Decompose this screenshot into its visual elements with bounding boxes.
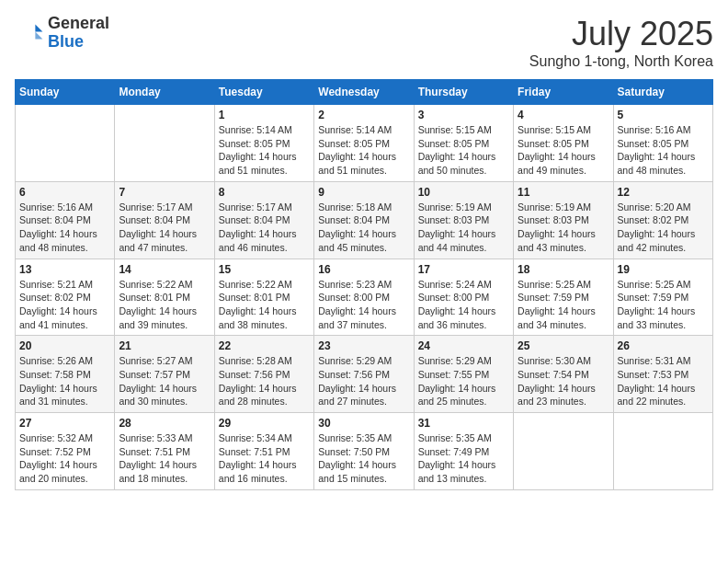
calendar-cell [115,105,214,182]
day-info: Sunrise: 5:18 AM Sunset: 8:04 PM Dayligh… [318,201,409,255]
calendar-cell: 16Sunrise: 5:23 AM Sunset: 8:00 PM Dayli… [314,259,414,336]
calendar-cell: 24Sunrise: 5:29 AM Sunset: 7:55 PM Dayli… [414,336,513,413]
day-number: 2 [318,109,409,121]
day-number: 22 [219,339,310,352]
day-number: 27 [19,417,110,430]
calendar-cell: 23Sunrise: 5:29 AM Sunset: 7:56 PM Dayli… [314,336,414,413]
day-info: Sunrise: 5:19 AM Sunset: 8:03 PM Dayligh… [418,201,509,255]
weekday-header-monday: Monday [115,80,214,105]
calendar-table: SundayMondayTuesdayWednesdayThursdayFrid… [15,79,713,490]
weekday-header-saturday: Saturday [613,80,712,105]
day-info: Sunrise: 5:35 AM Sunset: 7:49 PM Dayligh… [418,431,509,486]
day-number: 20 [19,339,110,352]
day-number: 24 [418,339,509,352]
calendar-cell: 9Sunrise: 5:18 AM Sunset: 8:04 PM Daylig… [314,181,414,259]
day-info: Sunrise: 5:23 AM Sunset: 8:00 PM Dayligh… [318,278,409,332]
calendar-cell [514,413,613,490]
day-info: Sunrise: 5:14 AM Sunset: 8:05 PM Dayligh… [318,123,409,178]
day-number: 3 [418,109,509,121]
calendar-cell: 17Sunrise: 5:24 AM Sunset: 8:00 PM Dayli… [414,259,513,336]
day-info: Sunrise: 5:33 AM Sunset: 7:51 PM Dayligh… [119,431,210,486]
calendar-cell: 28Sunrise: 5:33 AM Sunset: 7:51 PM Dayli… [115,413,214,490]
day-number: 29 [219,417,310,430]
calendar-cell: 14Sunrise: 5:22 AM Sunset: 8:01 PM Dayli… [115,259,214,336]
day-number: 1 [219,109,310,121]
calendar-cell: 26Sunrise: 5:31 AM Sunset: 7:53 PM Dayli… [613,336,712,413]
calendar-cell [16,105,115,182]
calendar-cell: 7Sunrise: 5:17 AM Sunset: 8:04 PM Daylig… [115,181,214,259]
calendar-cell: 21Sunrise: 5:27 AM Sunset: 7:57 PM Dayli… [115,336,214,413]
day-info: Sunrise: 5:34 AM Sunset: 7:51 PM Dayligh… [219,431,310,486]
day-info: Sunrise: 5:22 AM Sunset: 8:01 PM Dayligh… [219,278,310,332]
day-number: 30 [318,417,409,430]
day-number: 26 [618,339,709,352]
calendar-cell: 29Sunrise: 5:34 AM Sunset: 7:51 PM Dayli… [214,413,313,490]
day-info: Sunrise: 5:15 AM Sunset: 8:05 PM Dayligh… [518,123,609,178]
day-info: Sunrise: 5:14 AM Sunset: 8:05 PM Dayligh… [219,123,310,178]
calendar-cell [613,413,712,490]
day-number: 17 [418,263,509,276]
day-number: 19 [618,263,709,276]
day-info: Sunrise: 5:24 AM Sunset: 8:00 PM Dayligh… [418,278,509,332]
calendar-week-row: 6Sunrise: 5:16 AM Sunset: 8:04 PM Daylig… [16,181,713,259]
day-info: Sunrise: 5:16 AM Sunset: 8:05 PM Dayligh… [618,123,709,178]
day-number: 5 [618,109,709,121]
calendar-cell: 11Sunrise: 5:19 AM Sunset: 8:03 PM Dayli… [514,181,613,259]
day-number: 16 [318,263,409,276]
day-number: 31 [418,417,509,430]
day-number: 28 [119,417,210,430]
weekday-header-thursday: Thursday [414,80,513,105]
calendar-cell: 13Sunrise: 5:21 AM Sunset: 8:02 PM Dayli… [16,259,115,336]
calendar-week-row: 27Sunrise: 5:32 AM Sunset: 7:52 PM Dayli… [16,413,713,490]
calendar-week-row: 1Sunrise: 5:14 AM Sunset: 8:05 PM Daylig… [16,105,713,182]
calendar-cell: 8Sunrise: 5:17 AM Sunset: 8:04 PM Daylig… [214,181,313,259]
calendar-cell: 6Sunrise: 5:16 AM Sunset: 8:04 PM Daylig… [16,181,115,259]
day-number: 21 [119,339,210,352]
day-info: Sunrise: 5:29 AM Sunset: 7:55 PM Dayligh… [418,354,509,408]
logo: General Blue [15,15,109,52]
day-info: Sunrise: 5:19 AM Sunset: 8:03 PM Dayligh… [518,201,609,255]
calendar-cell: 20Sunrise: 5:26 AM Sunset: 7:58 PM Dayli… [16,336,115,413]
day-number: 10 [418,186,509,199]
day-info: Sunrise: 5:25 AM Sunset: 7:59 PM Dayligh… [618,278,709,332]
weekday-header-sunday: Sunday [16,80,115,105]
svg-marker-1 [35,31,42,39]
day-number: 23 [318,339,409,352]
day-number: 7 [119,186,210,199]
svg-marker-0 [35,24,42,31]
day-info: Sunrise: 5:32 AM Sunset: 7:52 PM Dayligh… [19,431,110,486]
logo-text: General Blue [48,15,109,52]
day-number: 15 [219,263,310,276]
weekday-header-row: SundayMondayTuesdayWednesdayThursdayFrid… [16,80,713,105]
page-header: General Blue July 2025 Sungho 1-tong, No… [15,15,713,70]
day-info: Sunrise: 5:20 AM Sunset: 8:02 PM Dayligh… [618,201,709,255]
day-info: Sunrise: 5:21 AM Sunset: 8:02 PM Dayligh… [19,278,110,332]
day-number: 13 [19,263,110,276]
calendar-cell: 30Sunrise: 5:35 AM Sunset: 7:50 PM Dayli… [314,413,414,490]
weekday-header-tuesday: Tuesday [214,80,313,105]
location-subtitle: Sungho 1-tong, North Korea [529,53,713,70]
day-number: 8 [219,186,310,199]
calendar-week-row: 13Sunrise: 5:21 AM Sunset: 8:02 PM Dayli… [16,259,713,336]
day-number: 18 [518,263,609,276]
day-number: 25 [518,339,609,352]
day-number: 14 [119,263,210,276]
calendar-cell: 15Sunrise: 5:22 AM Sunset: 8:01 PM Dayli… [214,259,313,336]
weekday-header-wednesday: Wednesday [314,80,414,105]
calendar-cell: 25Sunrise: 5:30 AM Sunset: 7:54 PM Dayli… [514,336,613,413]
day-info: Sunrise: 5:35 AM Sunset: 7:50 PM Dayligh… [318,431,409,486]
logo-icon [15,18,44,48]
calendar-cell: 18Sunrise: 5:25 AM Sunset: 7:59 PM Dayli… [514,259,613,336]
day-number: 11 [518,186,609,199]
calendar-cell: 19Sunrise: 5:25 AM Sunset: 7:59 PM Dayli… [613,259,712,336]
calendar-cell: 4Sunrise: 5:15 AM Sunset: 8:05 PM Daylig… [514,105,613,182]
calendar-cell: 3Sunrise: 5:15 AM Sunset: 8:05 PM Daylig… [414,105,513,182]
calendar-week-row: 20Sunrise: 5:26 AM Sunset: 7:58 PM Dayli… [16,336,713,413]
day-number: 6 [19,186,110,199]
calendar-cell: 5Sunrise: 5:16 AM Sunset: 8:05 PM Daylig… [613,105,712,182]
calendar-cell: 10Sunrise: 5:19 AM Sunset: 8:03 PM Dayli… [414,181,513,259]
day-info: Sunrise: 5:16 AM Sunset: 8:04 PM Dayligh… [19,201,110,255]
calendar-cell: 12Sunrise: 5:20 AM Sunset: 8:02 PM Dayli… [613,181,712,259]
calendar-cell: 2Sunrise: 5:14 AM Sunset: 8:05 PM Daylig… [314,105,414,182]
day-info: Sunrise: 5:17 AM Sunset: 8:04 PM Dayligh… [119,201,210,255]
